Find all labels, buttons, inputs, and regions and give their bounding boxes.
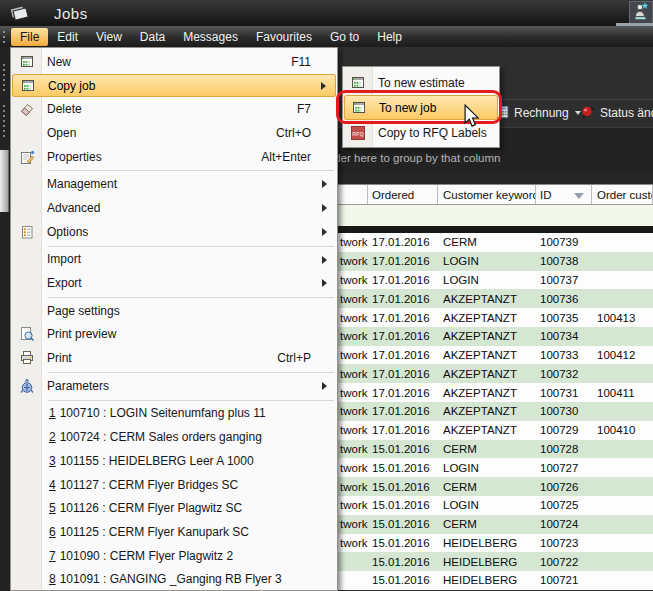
table-row[interactable]: twork15.01.2016CERM100724 xyxy=(338,515,653,534)
column-header-customer-keyword[interactable]: Customer keyword xyxy=(438,185,536,204)
menu-edit[interactable]: Edit xyxy=(48,28,87,46)
recent-file-2[interactable]: 2100724 : CERM Sales orders ganging xyxy=(11,425,337,449)
table-cell: 17.01.2016 xyxy=(368,236,438,248)
table-row[interactable]: 15.01.2016HEIDELBERG100722 xyxy=(338,552,653,571)
table-row[interactable]: twork15.01.2016LOGIN100727 xyxy=(338,458,653,477)
table-row[interactable]: twork15.01.2016LOGIN100725 xyxy=(338,496,653,515)
column-header-ordered[interactable]: Ordered xyxy=(368,185,438,204)
status-change-button[interactable]: Status änd xyxy=(580,102,653,124)
jobs-window: Jobs FileEditViewDataMessagesFavouritesG… xyxy=(0,0,653,591)
column-header-status[interactable] xyxy=(338,185,368,204)
table-cell: 100413 xyxy=(592,312,653,324)
table-row[interactable]: twork17.01.2016LOGIN100737 xyxy=(338,271,653,290)
column-header-order-custo[interactable]: Order custo xyxy=(592,185,653,204)
dock-grip-handle[interactable] xyxy=(2,63,7,94)
menu-item-open[interactable]: OpenCtrl+O xyxy=(11,121,337,145)
menu-favourites[interactable]: Favourites xyxy=(247,28,321,46)
table-row[interactable]: twork17.01.2016CERM100739 xyxy=(338,233,653,252)
menu-item-properties[interactable]: PropertiesAlt+Enter xyxy=(11,145,337,169)
table-row[interactable]: twork17.01.2016AKZEPTANZT100735100413 xyxy=(338,308,653,327)
menu-item-shortcut: Ctrl+O xyxy=(276,126,311,140)
submenu-item-to-new-estimate[interactable]: To new estimate xyxy=(343,70,499,95)
menu-item-new[interactable]: NewF11 xyxy=(11,50,337,74)
table-row[interactable]: twork17.01.2016AKZEPTANZT100733100412 xyxy=(338,346,653,365)
table-cell: AKZEPTANZT xyxy=(438,312,536,324)
menu-item-management[interactable]: Management xyxy=(11,172,337,196)
menu-item-page-settings[interactable]: Page settings xyxy=(11,299,337,323)
recent-file-6[interactable]: 6101125 : CERM Flyer Kanupark SC xyxy=(11,520,337,544)
menu-item-advanced[interactable]: Advanced xyxy=(11,196,337,220)
dock-grip-handle[interactable] xyxy=(2,104,7,137)
menu-view[interactable]: View xyxy=(87,28,131,46)
menu-data[interactable]: Data xyxy=(131,28,174,46)
submenu-item-copy-to-rfq-labels[interactable]: RFQCopy to RFQ Labels xyxy=(343,120,499,145)
table-row[interactable]: twork15.01.2016HEIDELBERG100723 xyxy=(338,534,653,553)
table-row[interactable]: twork17.01.2016AKZEPTANZT100729100410 xyxy=(338,421,653,440)
group-by-hint: Drag a column header here to group by th… xyxy=(338,152,500,164)
table-row[interactable]: twork17.01.2016AKZEPTANZT100730 xyxy=(338,402,653,421)
table-cell: 100726 xyxy=(536,481,592,493)
recent-file-8[interactable]: 8101091 : GANGING _Ganging RB Flyer 3 xyxy=(11,567,337,591)
table-cell: twork xyxy=(338,537,368,549)
menu-item-import[interactable]: Import xyxy=(11,248,337,272)
table-cell: 100738 xyxy=(536,255,592,267)
column-header-id[interactable]: ID xyxy=(536,185,592,204)
table-header-row: OrderedCustomer keywordIDOrder custo xyxy=(338,184,653,205)
table-row[interactable]: twork17.01.2016AKZEPTANZT100732 xyxy=(338,364,653,383)
recent-file-3[interactable]: 3101155 : HEIDELBERG Leer A 1000 xyxy=(11,449,337,473)
menu-item-label: Options xyxy=(47,225,88,239)
submenu-item-to-new-job[interactable]: To new job xyxy=(344,95,498,120)
menu-messages[interactable]: Messages xyxy=(174,28,247,46)
menu-item-label: Properties xyxy=(47,150,102,164)
table-cell: AKZEPTANZT xyxy=(438,387,536,399)
table-row[interactable]: twork17.01.2016LOGIN100738 xyxy=(338,252,653,271)
table-cell: AKZEPTANZT xyxy=(438,368,536,380)
titlebar-user-button[interactable] xyxy=(629,1,653,25)
user-star-icon xyxy=(632,1,650,25)
menu-item-copy-job[interactable]: Copy job xyxy=(12,74,336,98)
table-row[interactable]: twork17.01.2016AKZEPTANZT100734 xyxy=(338,327,653,346)
table-cell: twork xyxy=(338,255,368,267)
menu-go-to[interactable]: Go to xyxy=(321,28,368,46)
recent-file-1[interactable]: 1100710 : LOGIN Seitenumfang plus 11 xyxy=(11,402,337,426)
menu-file[interactable]: File xyxy=(11,28,48,46)
submenu-item-label: To new job xyxy=(379,101,436,115)
menu-item-export[interactable]: Export xyxy=(11,271,337,295)
table-cell: 17.01.2016 xyxy=(368,387,438,399)
menu-item-delete[interactable]: DeleteF7 xyxy=(11,97,337,121)
menu-item-print-preview[interactable]: Print preview xyxy=(11,323,337,347)
recent-file-number: 6 xyxy=(49,525,56,539)
submenu-arrow-icon xyxy=(322,382,327,390)
table-cell: twork xyxy=(338,405,368,417)
scrollbar-thumb[interactable] xyxy=(0,150,9,212)
menubar-grip-handle[interactable] xyxy=(2,30,7,44)
table-cell: LOGIN xyxy=(438,255,536,267)
recent-file-5[interactable]: 5101126 : CERM Flyer Plagwitz SC xyxy=(11,496,337,520)
table-cell: CERM xyxy=(438,518,536,530)
menu-item-print[interactable]: PrintCtrl+P xyxy=(11,346,337,370)
table-row[interactable]: twork15.01.2016CERM100726 xyxy=(338,477,653,496)
table-cell: CERM xyxy=(438,443,536,455)
recent-file-4[interactable]: 4101127 : CERM Flyer Bridges SC xyxy=(11,473,337,497)
table-cell: 15.01.2016 xyxy=(368,481,438,493)
table-cell: 100734 xyxy=(536,330,592,342)
table-cell: 100724 xyxy=(536,518,592,530)
submenu-arrow-icon xyxy=(322,228,327,236)
table-row[interactable]: twork15.01.2016CERM100728 xyxy=(338,440,653,459)
menu-item-parameters[interactable]: Parameters xyxy=(11,374,337,398)
eraser-icon xyxy=(11,101,42,117)
recent-file-7[interactable]: 7101090 : CERM Flyer Plagwitz 2 xyxy=(11,544,337,568)
menu-help[interactable]: Help xyxy=(368,28,411,46)
table-row[interactable]: 15.01.2016HEIDELBERG100721 xyxy=(338,571,653,590)
submenu-arrow-icon xyxy=(322,204,327,212)
menu-item-options[interactable]: Options xyxy=(11,220,337,244)
table-cell: 100737 xyxy=(536,274,592,286)
table-row[interactable]: twork17.01.2016AKZEPTANZT100736 xyxy=(338,289,653,308)
table-filter-row[interactable] xyxy=(338,205,653,226)
table-cell: LOGIN xyxy=(438,274,536,286)
left-dock-strip xyxy=(0,47,10,591)
rechnung-button[interactable]: Rechnung xyxy=(496,102,581,124)
table-row[interactable]: twork17.01.2016AKZEPTANZT100731100411 xyxy=(338,383,653,402)
menu-item-label: New xyxy=(47,55,71,69)
menu-item-label: Open xyxy=(47,126,76,140)
